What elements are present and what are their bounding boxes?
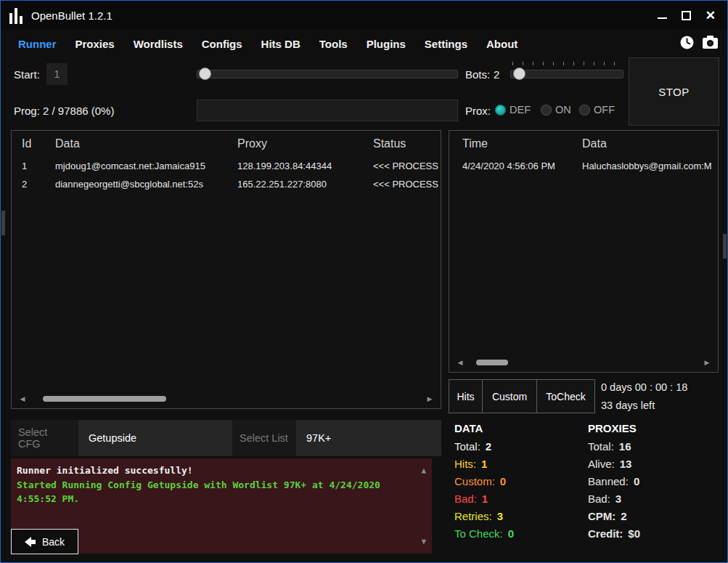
tab-hits[interactable]: Hits — [449, 379, 483, 413]
radio-label: ON — [555, 104, 571, 116]
clock-icon[interactable] — [679, 35, 695, 53]
elapsed-time: 0 days 00 : 00 : 18 — [601, 381, 687, 393]
hits-hscrollbar[interactable]: ◀ ▶ — [451, 355, 716, 370]
results-header-row: Id Data Proxy Status — [12, 131, 441, 157]
tab-proxies[interactable]: Proxies — [75, 38, 115, 50]
tab-plugins[interactable]: Plugins — [367, 38, 406, 50]
cell-data: Haluchaslobbys@gmail.com:M — [582, 161, 718, 171]
stat-proxy-bad: Bad:3 — [588, 493, 640, 505]
stop-button[interactable]: STOP — [629, 57, 719, 126]
scrollbar-thumb[interactable] — [43, 396, 166, 402]
scrollbar-track[interactable] — [31, 392, 421, 406]
proxy-mode-on-radio[interactable]: ON — [541, 104, 571, 116]
stat-data-hits: Hits:1 — [454, 458, 514, 470]
col-header-data[interactable]: Data — [582, 137, 718, 150]
results-hscrollbar[interactable]: ◀ ▶ — [14, 392, 438, 406]
col-header-data[interactable]: Data — [55, 137, 237, 150]
col-header-proxy[interactable]: Proxy — [237, 137, 373, 150]
openbullet-window: OpenBullet 1.2.1 ✕ Runner Proxies Wordli… — [0, 0, 728, 563]
radio-icon[interactable] — [579, 105, 590, 116]
minimize-button[interactable] — [658, 12, 667, 19]
proxy-mode-def-radio[interactable]: DEF — [495, 104, 531, 116]
scroll-left-icon[interactable]: ◀ — [451, 359, 469, 366]
stats-panel: DATA Total:2 Hits:1 Custom:0 Bad:1 Retri… — [449, 422, 719, 556]
stat-proxy-banned: Banned:0 — [588, 475, 640, 487]
scroll-right-icon[interactable]: ▶ — [421, 395, 438, 402]
stat-label: Custom: — [454, 475, 495, 487]
tab-tools[interactable]: Tools — [319, 38, 348, 50]
tab-about[interactable]: About — [486, 38, 518, 50]
proxy-mode-off-radio[interactable]: OFF — [579, 104, 615, 116]
radio-icon[interactable] — [541, 105, 552, 116]
stat-proxy-alive: Alive:13 — [588, 458, 640, 470]
list-select[interactable]: 97K+ — [296, 420, 441, 456]
stat-label: Credit: — [588, 527, 623, 540]
slider-thumb[interactable] — [199, 68, 211, 80]
slider-thumb[interactable] — [513, 68, 525, 80]
col-header-status[interactable]: Status — [373, 137, 441, 150]
stat-value: 0 — [500, 475, 506, 487]
proxy-stats: PROXIES Total:16 Alive:13 Banned:0 Bad:3… — [588, 422, 640, 545]
maximize-button[interactable] — [682, 11, 691, 20]
runner-controls: Start: Bots: 2 Prog: 2 / 97886 (0%) Prox… — [1, 57, 727, 130]
scroll-up-icon[interactable]: ▲ — [421, 463, 426, 478]
col-header-time[interactable]: Time — [462, 137, 582, 150]
radio-label: OFF — [594, 104, 615, 116]
bots-value: 2 — [494, 68, 499, 81]
list-select-label: Select List — [232, 420, 296, 456]
table-row[interactable]: 2 diannegeorgetti@sbcglobal.net:52s 165.… — [12, 175, 441, 193]
stat-value: 0 — [634, 475, 639, 487]
cell-time: 4/24/2020 4:56:06 PM — [462, 161, 582, 171]
tab-wordlists[interactable]: Wordlists — [134, 38, 183, 50]
col-header-id[interactable]: Id — [22, 137, 55, 150]
stat-label: Retries: — [454, 510, 492, 522]
scroll-right-icon[interactable]: ▶ — [698, 359, 716, 366]
slider-track[interactable] — [510, 70, 623, 78]
main-menu: Runner Proxies Wordlists Configs Hits DB… — [1, 30, 727, 57]
table-row[interactable]: 4/24/2020 4:56:06 PM Haluchaslobbys@gmai… — [449, 157, 718, 175]
tab-custom[interactable]: Custom — [482, 379, 537, 413]
close-button[interactable]: ✕ — [705, 9, 716, 22]
progress-label: Prog: 2 / 97886 (0%) — [14, 105, 114, 117]
table-row[interactable]: 1 mjdoug1@comcast.net:Jamaica915 128.199… — [12, 157, 441, 175]
timer-block: 0 days 00 : 00 : 18 33 days left — [601, 379, 687, 413]
back-label: Back — [42, 536, 65, 548]
camera-icon[interactable] — [702, 35, 719, 52]
stat-value: 13 — [620, 458, 632, 470]
start-input[interactable] — [46, 63, 68, 85]
stat-proxy-cpm: CPM:2 — [588, 510, 640, 522]
scrollbar-thumb[interactable] — [476, 360, 508, 365]
slider-track[interactable] — [197, 70, 458, 78]
stat-label: Total: — [454, 440, 480, 453]
back-button[interactable]: Back — [11, 529, 78, 554]
nav-icons — [679, 35, 727, 53]
tab-runner[interactable]: Runner — [18, 38, 57, 50]
hits-header-row: Time Data — [449, 131, 718, 157]
radio-label: DEF — [510, 104, 531, 116]
stat-label: Bad: — [454, 493, 477, 505]
scrollbar-track[interactable] — [469, 355, 698, 370]
hits-tabs: Hits Custom ToCheck 0 days 00 : 00 : 18 … — [449, 379, 719, 413]
radio-selected-icon[interactable] — [495, 105, 506, 116]
titlebar[interactable]: OpenBullet 1.2.1 ✕ — [1, 1, 727, 30]
tab-tocheck[interactable]: ToCheck — [536, 379, 595, 413]
tab-configs[interactable]: Configs — [202, 38, 242, 50]
scroll-down-icon[interactable]: ▼ — [421, 535, 426, 549]
stat-data-total: Total:2 — [454, 440, 514, 453]
stat-label: To Check: — [454, 527, 503, 540]
stat-value: 0 — [508, 527, 514, 540]
stat-data-retries: Retries:3 — [454, 510, 514, 522]
tab-hits-db[interactable]: Hits DB — [261, 38, 300, 50]
hits-panel: Time Data 4/24/2020 4:56:06 PM Haluchasl… — [449, 130, 719, 373]
cell-data: mjdoug1@comcast.net:Jamaica915 — [55, 161, 237, 171]
right-edge-scroll-mark — [723, 234, 727, 259]
cfg-select[interactable]: Getupside — [78, 420, 232, 456]
tab-settings[interactable]: Settings — [425, 38, 467, 50]
scroll-left-icon[interactable]: ◀ — [14, 395, 31, 402]
position-slider[interactable] — [197, 67, 458, 81]
bots-slider[interactable] — [510, 67, 623, 81]
stat-data-bad: Bad:1 — [454, 493, 514, 505]
window-title: OpenBullet 1.2.1 — [31, 9, 113, 22]
cell-proxy: 165.22.251.227:8080 — [237, 179, 373, 190]
cell-status: <<< PROCESS — [373, 161, 441, 171]
